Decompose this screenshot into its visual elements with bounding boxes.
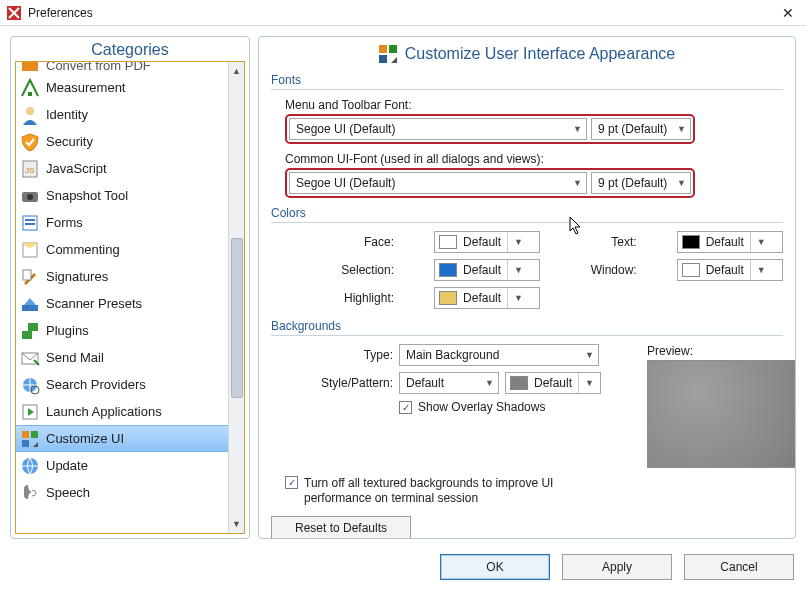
sidebar-item-label: Snapshot Tool <box>46 188 128 203</box>
bg-type-label: Type: <box>311 348 393 362</box>
text-color-picker[interactable]: Default ▼ <box>677 231 783 253</box>
preview-pane: Preview: <box>647 344 796 468</box>
menu-font-value: Segoe UI (Default) <box>296 122 395 136</box>
common-font-size-combo[interactable]: 9 pt (Default) ▼ <box>591 172 691 194</box>
common-font-highlight: Segoe UI (Default) ▼ 9 pt (Default) ▼ <box>285 168 695 198</box>
overlay-shadows-label: Show Overlay Shadows <box>418 400 545 414</box>
svg-rect-13 <box>22 305 38 311</box>
terminal-backgrounds-checkbox[interactable] <box>285 476 298 489</box>
window-label: Window: <box>580 263 636 277</box>
chevron-down-icon: ▼ <box>507 232 529 252</box>
app-icon <box>6 5 22 21</box>
face-value: Default <box>461 235 507 249</box>
highlight-value: Default <box>461 291 507 305</box>
category-icon <box>20 186 40 206</box>
sidebar-item-speech[interactable]: Speech <box>16 479 244 506</box>
sidebar-item-label: Scanner Presets <box>46 296 142 311</box>
svg-text:JS: JS <box>25 166 34 175</box>
category-icon <box>20 348 40 368</box>
categories-listbox[interactable]: Convert from PDFMeasurementIdentitySecur… <box>15 61 245 534</box>
categories-scrollbar[interactable]: ▲ ▼ <box>228 62 244 533</box>
colors-grid: Face: Default ▼ Text: Default ▼ Selectio… <box>271 231 783 309</box>
sidebar-item-update[interactable]: Update <box>16 452 244 479</box>
sidebar-item-send-mail[interactable]: Send Mail <box>16 344 244 371</box>
bg-style-value: Default <box>406 376 444 390</box>
categories-panel: Categories Convert from PDFMeasurementId… <box>10 36 250 539</box>
bg-type-combo[interactable]: Main Background ▼ <box>399 344 599 366</box>
common-font-value: Segoe UI (Default) <box>296 176 395 190</box>
ok-button[interactable]: OK <box>440 554 550 580</box>
menu-font-combo[interactable]: Segoe UI (Default) ▼ <box>289 118 587 140</box>
sidebar-item-label: Signatures <box>46 269 108 284</box>
backgrounds-section-label: Backgrounds <box>271 319 783 333</box>
sidebar-item-snapshot-tool[interactable]: Snapshot Tool <box>16 182 244 209</box>
fonts-section-label: Fonts <box>271 73 783 87</box>
sidebar-item-label: Forms <box>46 215 83 230</box>
sidebar-item-label: Launch Applications <box>46 404 162 419</box>
common-font-size-value: 9 pt (Default) <box>598 176 667 190</box>
svg-rect-21 <box>22 440 29 447</box>
categories-header: Categories <box>11 37 249 61</box>
category-icon <box>20 429 40 449</box>
svg-point-7 <box>27 194 33 200</box>
svg-rect-12 <box>23 270 31 280</box>
close-button[interactable]: ✕ <box>776 5 800 21</box>
sidebar-item-measurement[interactable]: Measurement <box>16 74 244 101</box>
chevron-down-icon: ▼ <box>578 373 600 393</box>
sidebar-item-security[interactable]: Security <box>16 128 244 155</box>
sidebar-item-label: Commenting <box>46 242 120 257</box>
window-swatch <box>682 263 700 277</box>
scroll-thumb[interactable] <box>231 238 243 398</box>
chevron-down-icon: ▼ <box>485 378 494 388</box>
sidebar-item-commenting[interactable]: Commenting <box>16 236 244 263</box>
sidebar-item-scanner-presets[interactable]: Scanner Presets <box>16 290 244 317</box>
svg-rect-20 <box>31 431 38 438</box>
window-color-picker[interactable]: Default ▼ <box>677 259 783 281</box>
text-swatch <box>682 235 700 249</box>
chevron-down-icon: ▼ <box>750 260 772 280</box>
scroll-up-button[interactable]: ▲ <box>230 64 244 78</box>
category-icon <box>20 62 40 73</box>
common-font-combo[interactable]: Segoe UI (Default) ▼ <box>289 172 587 194</box>
reset-defaults-button[interactable]: Reset to Defaults <box>271 516 411 539</box>
category-icon <box>20 213 40 233</box>
colors-section-label: Colors <box>271 206 783 220</box>
sidebar-item-forms[interactable]: Forms <box>16 209 244 236</box>
sidebar-item-identity[interactable]: Identity <box>16 101 244 128</box>
sidebar-item-launch-applications[interactable]: Launch Applications <box>16 398 244 425</box>
sidebar-item-plugins[interactable]: Plugins <box>16 317 244 344</box>
highlight-swatch <box>439 291 457 305</box>
svg-rect-24 <box>389 45 397 53</box>
scroll-down-button[interactable]: ▼ <box>230 517 244 531</box>
svg-rect-9 <box>25 219 35 221</box>
bg-style-combo[interactable]: Default ▼ <box>399 372 499 394</box>
chevron-down-icon: ▼ <box>573 124 582 134</box>
highlight-color-picker[interactable]: Default ▼ <box>434 287 540 309</box>
sidebar-item-customize-ui[interactable]: Customize UI <box>16 425 244 452</box>
text-value: Default <box>704 235 750 249</box>
cancel-button[interactable]: Cancel <box>684 554 794 580</box>
svg-rect-2 <box>28 92 32 96</box>
bg-style-label: Style/Pattern: <box>311 376 393 390</box>
menu-font-size-combo[interactable]: 9 pt (Default) ▼ <box>591 118 691 140</box>
menu-font-label: Menu and Toolbar Font: <box>285 98 783 112</box>
sidebar-item-label: Update <box>46 458 88 473</box>
bg-type-value: Main Background <box>406 348 499 362</box>
category-icon <box>20 240 40 260</box>
menu-font-size-value: 9 pt (Default) <box>598 122 667 136</box>
sidebar-item-javascript[interactable]: JSJavaScript <box>16 155 244 182</box>
chevron-down-icon: ▼ <box>677 178 686 188</box>
title-bar: Preferences ✕ <box>0 0 806 26</box>
sidebar-item-signatures[interactable]: Signatures <box>16 263 244 290</box>
sidebar-item-search-providers[interactable]: Search Providers <box>16 371 244 398</box>
svg-rect-19 <box>22 431 29 438</box>
apply-button[interactable]: Apply <box>562 554 672 580</box>
overlay-shadows-checkbox[interactable] <box>399 401 412 414</box>
reset-defaults-label: Reset to Defaults <box>295 521 387 535</box>
common-font-label: Common UI-Font (used in all dialogs and … <box>285 152 783 166</box>
selection-color-picker[interactable]: Default ▼ <box>434 259 540 281</box>
bg-style-color-picker[interactable]: Default ▼ <box>505 372 601 394</box>
sidebar-item-convert-from-pdf[interactable]: Convert from PDF <box>16 62 244 74</box>
face-color-picker[interactable]: Default ▼ <box>434 231 540 253</box>
category-icon <box>20 132 40 152</box>
